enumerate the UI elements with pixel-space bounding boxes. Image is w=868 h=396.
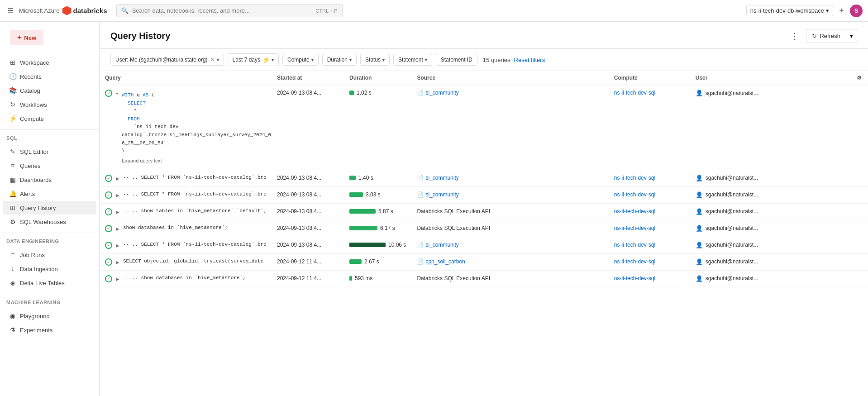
sidebar-item-workflows[interactable]: ↻ Workflows (3, 98, 96, 111)
duration-cell: 1.40 s (344, 170, 411, 186)
new-button[interactable]: + New (10, 30, 43, 45)
source-link[interactable]: 📄si_community (417, 191, 603, 198)
row-status-area: ✓ ▶ SELECT objectid, globalid, try_cast(… (105, 258, 266, 266)
user-name: sgachuhi@naturalst... (706, 242, 758, 248)
sidebar-item-recents[interactable]: 🕐 Recents (3, 70, 96, 83)
sidebar-label-sql-warehouses: SQL Warehouses (20, 219, 66, 225)
expand-chevron-button[interactable]: ▶ (115, 175, 120, 182)
sidebar-label-recents: Recents (20, 73, 42, 80)
sidebar-item-sql-warehouses[interactable]: ⚙ SQL Warehouses (3, 215, 96, 229)
source-link[interactable]: 📄si_community (417, 175, 603, 181)
sidebar-label-delta-live-tables: Delta Live Tables (20, 280, 65, 286)
search-input[interactable] (132, 7, 312, 14)
statement-id-filter-chip[interactable]: Statement ID (436, 54, 477, 66)
avatar[interactable]: S (850, 5, 863, 17)
job-runs-icon: ≡ (9, 251, 16, 258)
compute-link[interactable]: ns-ii-tech-dev-sql (614, 275, 655, 281)
databricks-logo: databricks (62, 6, 107, 15)
query-cell: ✓ ▶ -- .. SELECT * FROM `ns-ii-tech-dev-… (100, 237, 272, 253)
statement-id-filter-label: Statement ID (441, 57, 472, 63)
sidebar-item-dashboards[interactable]: ▦ Dashboards (3, 173, 96, 186)
query-cell: ✓ ▶ -- .. show databases in `hive_metast… (100, 270, 272, 287)
menu-icon[interactable]: ☰ (5, 5, 15, 17)
compute-link[interactable]: ns-ii-tech-dev-sql (614, 191, 655, 198)
catalog-icon: 📚 (9, 87, 16, 94)
source-link[interactable]: 📄cpp_soil_carbon (417, 258, 603, 265)
time-filter-arrow-icon: ▾ (272, 57, 274, 62)
expand-chevron-button[interactable]: ▾ (115, 90, 119, 97)
refresh-button[interactable]: ↻ Refresh (806, 29, 846, 43)
workspace-selector[interactable]: ns-ii-tech-dev-db-workspace ▾ (746, 5, 833, 16)
query-text: -- .. show tables in `hive_metastore`.`d… (123, 208, 266, 214)
duration-bar (349, 209, 376, 214)
expand-chevron-button[interactable]: ▶ (115, 242, 120, 249)
expand-chevron-button[interactable]: ▶ (115, 225, 120, 232)
sidebar-item-job-runs[interactable]: ≡ Job Runs (3, 248, 96, 262)
compute-link[interactable]: ns-ii-tech-dev-sql (614, 225, 655, 231)
statement-filter-label: Statement (398, 57, 423, 63)
duration-value: 5.87 s (378, 208, 393, 215)
databricks-text: databricks (73, 7, 107, 14)
alerts-icon: 🔔 (9, 190, 16, 197)
sidebar-item-workspace[interactable]: ⊞ Workspace (3, 56, 96, 69)
query-cell: ✓ ▶ show databases in `hive_metastore`; (100, 220, 272, 237)
expand-chevron-button[interactable]: ▶ (115, 209, 120, 215)
row-status-area: ✓ ▶ show databases in `hive_metastore`; (105, 225, 266, 232)
col-header-source: Source (411, 71, 608, 85)
source-link[interactable]: 📄si_community (417, 90, 603, 96)
col-header-settings[interactable]: ⚙ (850, 71, 868, 85)
expand-chevron-button[interactable]: ▶ (115, 192, 120, 199)
sidebar-item-alerts[interactable]: 🔔 Alerts (3, 187, 96, 200)
expand-chevron-button[interactable]: ▶ (115, 259, 120, 266)
notifications-icon[interactable]: ✦ (839, 6, 844, 15)
sidebar-item-query-history[interactable]: ⊞ Query History (3, 201, 96, 215)
duration-bar (349, 91, 354, 95)
workspace-name: ns-ii-tech-dev-db-workspace (750, 7, 824, 14)
azure-text: Microsoft Azure (19, 7, 60, 14)
lightning-icon: ⚡ (262, 56, 270, 63)
compute-filter-chip[interactable]: Compute ▾ (282, 54, 319, 66)
user-cell: 👤 sgachuhi@naturalst... (690, 170, 850, 186)
source-icon: 📄 (417, 191, 424, 198)
user-filter-arrow-icon: ▾ (217, 57, 219, 62)
sidebar-item-sql-editor[interactable]: ✎ SQL Editor (3, 145, 96, 158)
sidebar-item-catalog[interactable]: 📚 Catalog (3, 84, 96, 97)
sidebar-item-delta-live-tables[interactable]: ◈ Delta Live Tables (3, 276, 96, 290)
col-header-query: Query (100, 71, 272, 85)
user-filter-remove-icon[interactable]: ✕ (210, 57, 215, 63)
compute-link[interactable]: ns-ii-tech-dev-sql (614, 175, 655, 181)
compute-link[interactable]: ns-ii-tech-dev-sql (614, 90, 655, 96)
sidebar-item-compute[interactable]: ⚡ Compute (3, 112, 96, 125)
duration-filter-chip[interactable]: Duration ▾ (322, 54, 357, 66)
source-link[interactable]: 📄si_community (417, 242, 603, 248)
status-ok-icon: ✓ (105, 208, 112, 215)
source-cell: 📄si_community (411, 186, 608, 203)
user-filter-chip[interactable]: User: Me (sgachuhi@naturalstate.org) ✕ ▾ (110, 54, 224, 66)
time-filter-chip[interactable]: Last 7 days ⚡ ▾ (228, 53, 279, 66)
started-at-cell: 2024-09-13 08:4... (272, 170, 344, 186)
sidebar-item-experiments[interactable]: ⚗ Experiments (3, 323, 96, 337)
workspace-icon: ⊞ (9, 59, 16, 66)
filters-bar: User: Me (sgachuhi@naturalstate.org) ✕ ▾… (100, 49, 868, 71)
sidebar-item-queries[interactable]: ≡ Queries (3, 159, 96, 172)
recents-icon: 🕐 (9, 73, 16, 80)
databricks-icon (62, 6, 72, 15)
sidebar-item-data-ingestion[interactable]: ↓ Data Ingestion (3, 262, 96, 276)
refresh-dropdown-button[interactable]: ▾ (846, 29, 857, 43)
more-options-button[interactable]: ⋮ (787, 29, 802, 43)
compute-link[interactable]: ns-ii-tech-dev-sql (614, 258, 655, 265)
status-filter-chip[interactable]: Status ▾ (360, 54, 390, 66)
time-filter-label: Last 7 days (233, 57, 260, 63)
expand-chevron-button[interactable]: ▶ (115, 276, 120, 282)
compute-link[interactable]: ns-ii-tech-dev-sql (614, 208, 655, 215)
de-section-label: Data Engineering (0, 235, 99, 246)
statement-filter-chip[interactable]: Statement ▾ (393, 54, 432, 66)
sidebar-item-playground[interactable]: ◉ Playground (3, 309, 96, 323)
reset-filters-link[interactable]: Reset filters (514, 57, 545, 63)
source-cell: 📄cpp_soil_carbon (411, 253, 608, 270)
row-settings-cell (850, 170, 868, 186)
expand-query-text-link[interactable]: Expand query text (122, 158, 271, 163)
source-icon: 📄 (417, 242, 424, 248)
search-bar[interactable]: 🔍 CTRL + P (116, 4, 343, 17)
compute-link[interactable]: ns-ii-tech-dev-sql (614, 242, 655, 248)
